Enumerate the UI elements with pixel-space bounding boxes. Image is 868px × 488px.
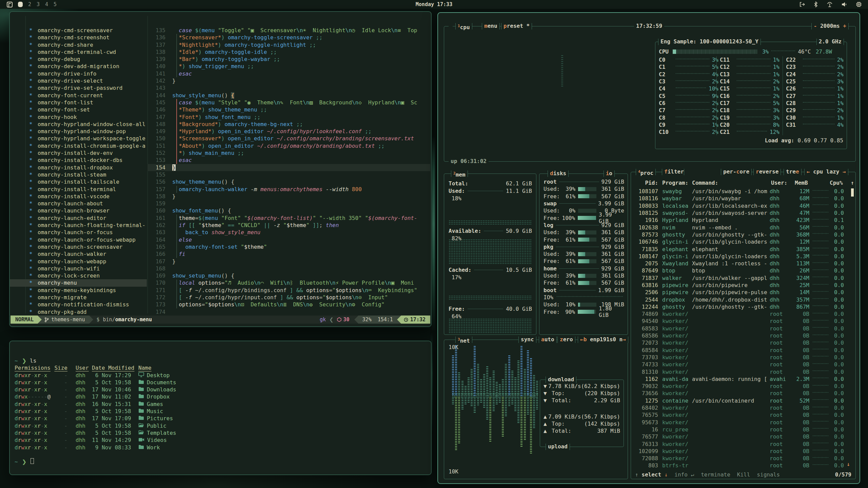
- process-row[interactable]: 72073kworker/root0B0.0: [631, 339, 855, 346]
- process-row[interactable]: 68402kworker/root0B0.0: [631, 404, 855, 411]
- bluetooth-icon[interactable]: [813, 1, 818, 7]
- cpu-tab-2[interactable]: preset *: [501, 23, 532, 29]
- process-row[interactable]: 68586kworker/root0B0.0: [631, 332, 855, 339]
- process-row[interactable]: 2075XwaylandXwayland :1 -rootless -dhh11…: [631, 260, 855, 267]
- process-row[interactable]: 76575kworker/root0B0.0: [631, 411, 855, 419]
- mem-tab[interactable]: 2mem: [451, 170, 468, 177]
- ls-row: drwx------@-dhh17 Nov 11:02Dropbox: [15, 393, 428, 400]
- proc-action-info[interactable]: info ↵: [674, 471, 694, 478]
- video-icon: [138, 436, 144, 444]
- core-row: C175%: [720, 100, 780, 107]
- cpu-tab-0[interactable]: 1cpu: [455, 23, 472, 29]
- scroll-down-indicator[interactable]: ↓: [847, 461, 850, 467]
- process-row[interactable]: 74869kworker/root0B0.0: [631, 310, 855, 318]
- process-row[interactable]: 71837walker/usr/bin/walker --gappldhh324…: [631, 274, 855, 282]
- core-row: C62%: [659, 100, 718, 107]
- code-line: 137 *Nightlight*) omarchy-toggle-nightli…: [147, 41, 430, 48]
- btop-window: 17:32:59 - 2000ms + Eng Sample: 100-0000…: [437, 12, 860, 484]
- process-row[interactable]: 108033localsea/usr/lib/localsearch-exdhh…: [631, 202, 855, 209]
- workspace-5[interactable]: 5: [54, 1, 57, 7]
- process-scrollbar[interactable]: [851, 188, 854, 197]
- process-row[interactable]: 108116waybar/usr/bin/waybardhh68M0.0: [631, 195, 855, 202]
- code-line: 160show_font_menu() {: [147, 207, 430, 214]
- desktop: 2345 Monday 17:33 *omarchy-cmd-screensav…: [0, 0, 868, 488]
- cpu-tab-1[interactable]: menu: [482, 23, 500, 29]
- process-row[interactable]: 94540kworker/root0B0.0: [631, 318, 855, 325]
- select-control[interactable]: ↑ select ↓: [635, 471, 668, 478]
- io-tab[interactable]: io: [604, 170, 615, 177]
- prompt-line[interactable]: ~❯: [15, 458, 428, 465]
- workspace-3[interactable]: 3: [37, 1, 40, 7]
- hexagon-icon: [337, 317, 341, 322]
- process-row[interactable]: 1275containe/usr/bin/containerdroot52M0.…: [631, 397, 855, 404]
- cpu-usage-bar: [673, 49, 757, 54]
- process-row[interactable]: 108107swaybg/usr/bin/swaybg -i /homdhh12…: [631, 188, 855, 195]
- app-window-icon[interactable]: [7, 2, 13, 7]
- statusline: NORMAL themes-menu $bin/omarchy-menu gk …: [11, 316, 430, 324]
- process-row[interactable]: 102638nvimnvim --embed .dhh56M0.0: [631, 224, 855, 231]
- process-row[interactable]: 63816pipewire/usr/bin/pipewiredhh25M0.0: [631, 282, 855, 289]
- process-row[interactable]: 81310kworker/root0B0.0: [631, 368, 855, 375]
- disks-tab[interactable]: disks: [548, 170, 569, 177]
- proc-tab-2[interactable]: [684, 169, 721, 175]
- proc-tab-1[interactable]: filter: [662, 169, 686, 175]
- process-row[interactable]: 76577kworker/root0B0.0: [631, 433, 855, 440]
- process-row[interactable]: 1162avahi-daavahi-daemon: running [avahi…: [631, 375, 855, 383]
- process-row[interactable]: 87573ghostty/usr/bin/ghostty --gtk-dhh36…: [631, 231, 855, 238]
- logout-icon[interactable]: [799, 1, 805, 7]
- process-table-header[interactable]: Pid: Program: Command: User: MemB Cpu% ↑: [631, 180, 855, 187]
- proc-action-signals[interactable]: signals: [757, 471, 780, 478]
- net-tab-2[interactable]: auto: [539, 337, 557, 343]
- chip-icon[interactable]: [856, 1, 862, 7]
- process-row[interactable]: 2506pipewire/usr/bin/pipewire-pulsedhh14…: [631, 289, 855, 296]
- proc-action-Kill[interactable]: Kill: [737, 471, 750, 478]
- proc-tab-6[interactable]: ← cpu lazy →: [804, 169, 848, 175]
- cpu-total-row: CPU 3% 46°C 27.8W: [659, 48, 844, 55]
- disk-name-row: home929 GiB: [544, 265, 624, 272]
- net-tab-3[interactable]: zero: [557, 337, 575, 343]
- process-row[interactable]: 79032kworker/root0B0.0: [631, 383, 855, 390]
- process-row[interactable]: 76313kworker/root0B0.0: [631, 440, 855, 447]
- code-line: 158}: [147, 193, 430, 200]
- workspace-2[interactable]: 2: [28, 1, 31, 7]
- proc-tab-4[interactable]: reverse: [753, 169, 781, 175]
- process-row[interactable]: 2544dropbox/home/dhh/.dropbox-distdhh357…: [631, 296, 855, 303]
- net-tab-0[interactable]: 3net: [455, 337, 472, 343]
- process-row[interactable]: 106746glycin-i/usr/lib/glycin-loadersdhh…: [631, 238, 855, 245]
- workspace-active-indicator[interactable]: [18, 2, 23, 7]
- proc-tab-3[interactable]: per-core: [721, 169, 752, 175]
- process-row[interactable]: 71835elephantelephantdhh385M0.0: [631, 245, 855, 252]
- workspace-4[interactable]: 4: [45, 1, 48, 7]
- process-row[interactable]: 108147glycin-i/usr/lib/glycin-loadersdhh…: [631, 253, 855, 260]
- proc-tab-0[interactable]: 4proc: [636, 169, 656, 175]
- process-row[interactable]: 102099kworker/root0B0.0: [631, 448, 855, 455]
- process-row[interactable]: 87649btopbtopdhh26M0.0: [631, 267, 855, 274]
- proc-action-terminate[interactable]: terminate: [701, 471, 730, 478]
- process-row[interactable]: 12244ghostty/usr/bin/ghostty --gtk-dhh86…: [631, 303, 855, 310]
- process-row[interactable]: 803btrfs-trroot0B0.0: [631, 462, 855, 469]
- proc-tab-5[interactable]: tree: [784, 169, 802, 175]
- chevron-icon: ❮: [329, 316, 334, 324]
- net-tab-1[interactable]: sync: [518, 337, 536, 343]
- code-line: 145 case $(menu "Style" "◉ Theme\n✎ Font…: [147, 99, 430, 106]
- process-row[interactable]: 73703kworker/root0B0.0: [631, 354, 855, 361]
- core-row: C281%: [786, 100, 844, 107]
- code-line: 152 *) show_main_menu ;;: [147, 149, 430, 157]
- code-line: 141 esac: [147, 70, 430, 77]
- network-icon[interactable]: [826, 1, 833, 7]
- volume-icon[interactable]: [841, 1, 848, 7]
- process-row[interactable]: 73656kworker/root0B0.0: [631, 390, 855, 397]
- process-row[interactable]: 16rcu_preeroot0B0.0: [631, 426, 855, 433]
- update-interval-control[interactable]: - 2000ms +: [811, 23, 849, 29]
- process-row[interactable]: 68583kworker/root0B0.0: [631, 325, 855, 332]
- process-row[interactable]: 108125swayosd-/usr/bin/swayosd-serverdhh…: [631, 209, 855, 217]
- core-row: C03%: [659, 56, 718, 63]
- process-row[interactable]: 95673kworker/root0B0.0: [631, 419, 855, 426]
- code-line: 148 *Background*) omarchy-theme-bg-next …: [147, 121, 430, 128]
- process-row[interactable]: 1916HyprlandHyprlanddhh423M0.1: [631, 217, 855, 224]
- process-row[interactable]: 72088kworker/root0B0.0: [631, 455, 855, 462]
- net-tab-4[interactable]: ←b enp191s0 n→: [578, 337, 628, 343]
- code-line: 135 case $(menu "Toggle" "▣ Screensaver\…: [147, 27, 430, 34]
- process-row[interactable]: 68584kworker/root0B0.0: [631, 347, 855, 354]
- process-row[interactable]: 74733kworker/root0B0.0: [631, 361, 855, 368]
